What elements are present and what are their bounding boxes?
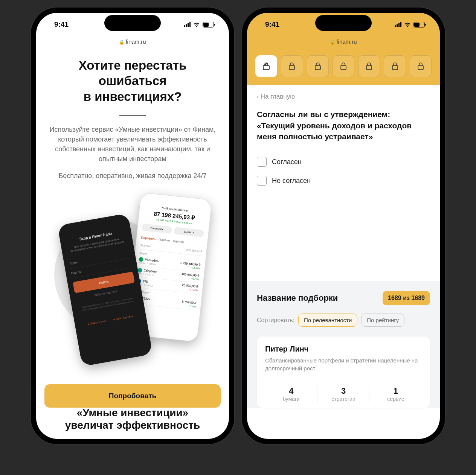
lock-icon: [417, 62, 424, 70]
unlock-icon: [262, 62, 270, 70]
try-button[interactable]: Попробовать: [44, 384, 221, 408]
progress-step-4[interactable]: [333, 55, 354, 77]
chevron-left-icon: ‹: [257, 93, 259, 100]
svg-rect-3: [366, 65, 372, 70]
collection-count-badge: 1689 из 1689: [383, 291, 430, 305]
progress-step-5[interactable]: [358, 55, 380, 77]
collection-card[interactable]: Питер Линч Сбалансированные портфели и с…: [257, 336, 430, 408]
lock-icon: [365, 62, 373, 70]
card-title: Питер Линч: [265, 345, 422, 353]
progress-step-2[interactable]: [281, 55, 303, 77]
sort-row: Сортировать: По релевантности По рейтинг…: [257, 314, 430, 327]
svg-rect-2: [341, 65, 346, 70]
screen-landing: 9:41 🔒finam.ru Хотите перестать ошибатьс…: [36, 13, 229, 439]
title-divider: [119, 115, 146, 116]
status-icons: [184, 22, 214, 27]
landing-content: Хотите перестать ошибаться в инвестициях…: [36, 50, 229, 436]
sort-chip-rating[interactable]: По рейтингу: [361, 314, 404, 327]
status-time: 9:41: [54, 20, 69, 29]
sort-chip-relevance[interactable]: По релевантности: [298, 314, 357, 327]
collection-title: Название подборки: [257, 293, 338, 303]
landing-title: Хотите перестать ошибаться в инвестициях…: [47, 58, 218, 104]
url-domain: finam.ru: [336, 38, 357, 45]
lock-icon: [340, 62, 347, 70]
device-notch: [104, 15, 161, 31]
checkbox-icon: [257, 157, 267, 167]
card-description: Сбалансированные портфели и стратегии на…: [265, 356, 422, 372]
progress-lock-row: [247, 50, 440, 85]
card-stats-row: 4 бумаги 3 стратегии 1 сервис: [265, 380, 422, 408]
svg-rect-5: [418, 65, 423, 70]
battery-icon: [203, 22, 214, 27]
phone-mockup-left: 9:41 🔒finam.ru Хотите перестать ошибатьс…: [31, 8, 234, 444]
wifi-icon: [404, 22, 411, 27]
signal-icon: [395, 22, 401, 27]
progress-step-6[interactable]: [384, 55, 406, 77]
option-agree[interactable]: Согласен: [257, 152, 430, 171]
status-icons: [395, 22, 425, 27]
screen-quiz: 9:41 🔒finam.ru: [247, 13, 440, 439]
stat-service: 1 сервис: [369, 380, 422, 408]
status-time: 9:41: [265, 20, 279, 29]
lock-icon: [314, 62, 322, 70]
lock-icon: 🔒: [119, 40, 125, 45]
lock-icon: 🔒: [330, 40, 336, 45]
signal-icon: [184, 22, 191, 27]
quiz-body: ‹ На главную Согласны ли вы с утверждени…: [247, 85, 440, 198]
checkbox-icon: [257, 176, 267, 186]
svg-rect-1: [315, 65, 320, 70]
svg-rect-0: [289, 65, 294, 70]
landing-description: Используйте сервис «Умные инвестиции» от…: [47, 125, 218, 164]
collection-section: Название подборки 1689 из 1689 Сортирова…: [247, 281, 440, 408]
landing-subtext: Бесплатно, оперативно, живая поддержка 2…: [47, 171, 218, 181]
back-link[interactable]: ‹ На главную: [257, 93, 430, 100]
browser-url-bar[interactable]: 🔒finam.ru: [36, 36, 229, 50]
svg-rect-4: [392, 65, 398, 70]
progress-step-1-active[interactable]: [255, 55, 277, 77]
device-notch: [315, 15, 372, 31]
lock-icon: [391, 62, 399, 70]
stat-papers: 4 бумаги: [265, 380, 317, 408]
landing-illustration: Мой основной счет 87 198 245,93 ₽ +3 908…: [47, 188, 218, 354]
lock-icon: [288, 62, 296, 70]
browser-url-bar[interactable]: 🔒finam.ru: [247, 36, 440, 50]
url-domain: finam.ru: [125, 38, 146, 45]
question-title: Согласны ли вы с утверждением: «Текущий …: [257, 109, 430, 142]
stat-strategies: 3 стратегии: [317, 380, 370, 408]
sort-label: Сортировать:: [257, 317, 294, 324]
option-disagree[interactable]: Не согласен: [257, 171, 430, 190]
landing-next-heading: «Умные инвестиции» увеличат эффективност…: [36, 406, 229, 436]
progress-step-3[interactable]: [307, 55, 329, 77]
wifi-icon: [193, 22, 200, 27]
phone-mockup-right: 9:41 🔒finam.ru: [242, 8, 445, 444]
progress-step-7[interactable]: [410, 55, 432, 77]
battery-icon: [413, 22, 425, 27]
